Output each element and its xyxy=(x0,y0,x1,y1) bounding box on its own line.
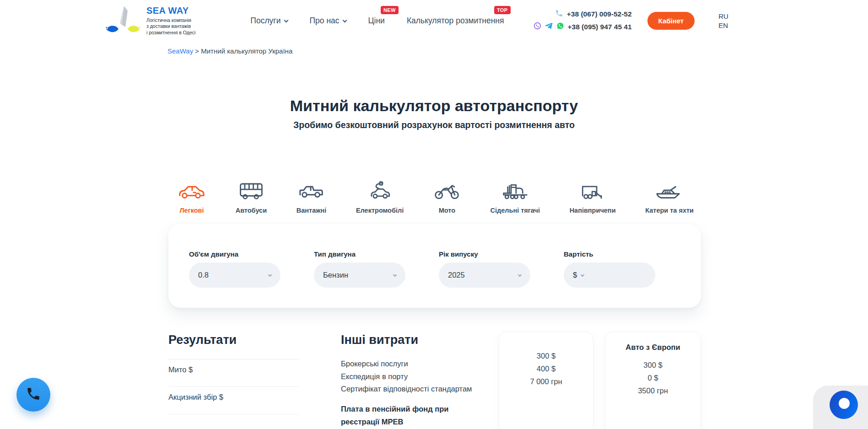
cost-label: Вартість xyxy=(564,250,655,258)
new-badge: NEW xyxy=(381,6,399,14)
breadcrumb-current: Митний калькулятор Україна xyxy=(201,47,292,55)
call-floating-button[interactable] xyxy=(16,378,50,412)
yacht-icon xyxy=(655,180,684,201)
other-cost-item: Брокерські послуги xyxy=(341,358,496,370)
breadcrumb-home-link[interactable]: SeaWay xyxy=(167,47,193,55)
viber-icon[interactable] xyxy=(534,22,541,32)
other-costs-title: Інші витрати xyxy=(341,333,496,347)
lang-en[interactable]: EN xyxy=(718,21,728,29)
motorcycle-icon xyxy=(433,180,461,201)
results-section: Результати Мито $ Акцизний збір $ xyxy=(168,333,299,414)
pension-fee-item: Плата в пенсійний фонд при реєстрації МР… xyxy=(341,402,474,428)
chevron-down-icon xyxy=(393,273,397,276)
nav-item-customs-calculator[interactable]: Калькулятор розмитнення TOP xyxy=(407,16,504,26)
car-icon xyxy=(178,180,206,201)
sail-and-fish-logo-icon xyxy=(104,5,142,36)
europe-car-card: Авто з Європи 300 $ 0 $ 3500 грн xyxy=(605,332,701,429)
engine-type-label: Тип двигуна xyxy=(314,250,405,258)
results-title: Результати xyxy=(168,333,299,347)
other-cost-item: Сертифікат відповідності стандартам xyxy=(341,383,496,396)
europe-card-title: Авто з Європи xyxy=(605,343,701,352)
tab-boats-yachts[interactable]: Катери та яхти xyxy=(645,180,694,214)
engine-volume-label: Об'єм двигуна xyxy=(189,250,280,258)
other-costs-section: Інші витрати Брокерські послуги Експедиц… xyxy=(341,333,496,428)
costs-values-card: 300 $ 400 $ 7 000 грн xyxy=(499,332,593,429)
chevron-down-icon xyxy=(518,273,522,276)
truck-icon xyxy=(297,180,326,201)
nav-item-about[interactable]: Про нас xyxy=(310,16,346,26)
vehicle-type-tabs: Легкові Автобуси Вантажні xyxy=(178,180,694,214)
duty-row: Мито $ xyxy=(168,359,299,386)
trailer-icon xyxy=(579,180,606,201)
semi-truck-icon xyxy=(502,180,528,201)
chevron-down-icon xyxy=(284,18,288,22)
tab-buses[interactable]: Автобуси xyxy=(236,180,267,214)
other-cost-item: Експедиція в порту xyxy=(341,370,496,383)
top-badge: TOP xyxy=(494,6,511,14)
brand-tagline: Логістична компанія з доставки вантажів … xyxy=(146,17,195,36)
tab-trucks[interactable]: Вантажні xyxy=(297,180,327,214)
chevron-down-icon xyxy=(268,273,272,276)
phone-number-1[interactable]: +38 (067) 009-52-52 xyxy=(567,10,632,18)
phone-icon xyxy=(555,9,563,19)
card-value: 300 $ xyxy=(499,349,593,362)
tab-semi-trucks[interactable]: Сідельні тягачі xyxy=(491,180,540,214)
cabinet-button[interactable]: Кабінет xyxy=(647,12,695,30)
engine-type-select[interactable]: Бензин xyxy=(314,263,405,288)
calculator-card: Об'єм двигуна 0.8 Тип двигуна Бензин Рік… xyxy=(168,224,701,308)
header-contacts: +38 (067) 009-52-52 xyxy=(534,9,632,32)
main-nav: Послуги Про нас Ціни NEW Калькулятор роз… xyxy=(250,16,504,26)
card-value: 7 000 грн xyxy=(499,375,593,388)
nav-item-prices[interactable]: Ціни NEW xyxy=(368,16,385,26)
card-value: 0 $ xyxy=(605,371,701,384)
bus-icon xyxy=(237,180,265,201)
breadcrumb: SeaWay > Митний калькулятор Україна xyxy=(167,47,292,55)
cost-input[interactable]: $ xyxy=(564,263,655,288)
excise-row: Акцизний збір $ xyxy=(168,387,299,414)
chat-bubble-icon xyxy=(836,396,852,413)
card-value: 3500 грн xyxy=(605,384,701,397)
page-subtitle: Зробимо безкоштовний розрахунок вартості… xyxy=(0,120,868,130)
tab-electric-cars[interactable]: Електромобілі xyxy=(356,180,404,214)
tab-cars[interactable]: Легкові xyxy=(178,180,206,214)
electric-car-icon xyxy=(367,180,393,201)
chat-button[interactable] xyxy=(830,391,858,419)
header: SEA WAY Логістична компанія з доставки в… xyxy=(104,0,764,41)
card-value: 400 $ xyxy=(499,362,593,375)
chevron-down-icon xyxy=(581,273,584,276)
telegram-icon[interactable] xyxy=(545,21,553,32)
lang-ru[interactable]: RU xyxy=(718,12,728,20)
year-select[interactable]: 2025 xyxy=(439,263,530,288)
year-label: Рік випуску xyxy=(439,250,530,258)
chevron-down-icon xyxy=(342,18,347,22)
page-title: Митний калькулятор автотранспорту xyxy=(0,97,868,115)
engine-volume-select[interactable]: 0.8 xyxy=(189,263,280,288)
brand-name: SEA WAY xyxy=(146,5,195,16)
messenger-icons xyxy=(534,21,564,32)
tab-moto[interactable]: Мото xyxy=(433,180,461,214)
language-switcher: RU EN xyxy=(718,12,728,29)
tab-semi-trailers[interactable]: Напівпричепи xyxy=(570,180,616,214)
card-value: 300 $ xyxy=(605,359,701,371)
phone-number-2[interactable]: +38 (095) 947 45 41 xyxy=(568,23,632,31)
logo[interactable]: SEA WAY Логістична компанія з доставки в… xyxy=(104,5,195,36)
whatsapp-icon[interactable] xyxy=(556,22,564,32)
nav-item-services[interactable]: Послуги xyxy=(250,16,287,26)
phone-icon xyxy=(26,386,41,403)
